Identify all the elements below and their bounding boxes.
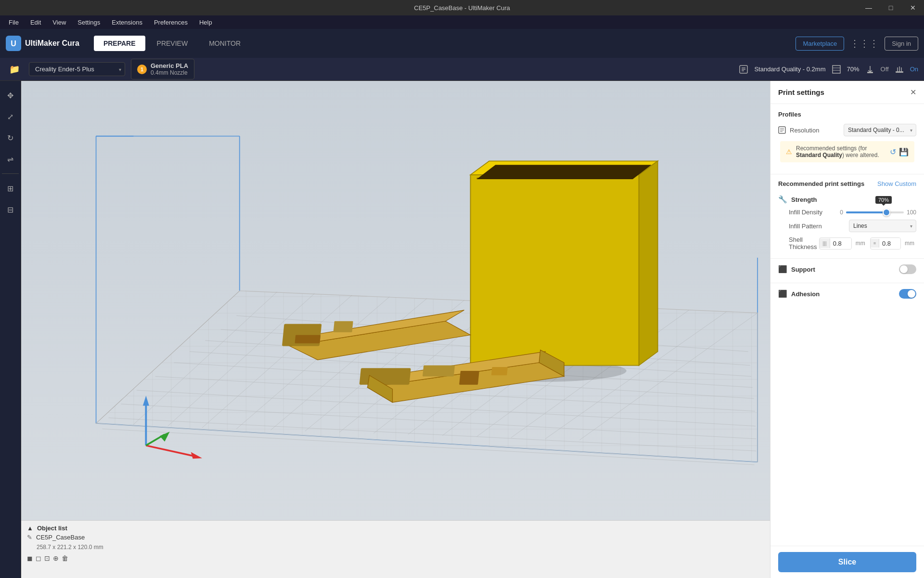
adhesion-status: On <box>910 66 918 73</box>
strength-group: 🔧 Strength Infill Density 0 70% <box>770 191 924 258</box>
shell-top-icon: ≡ <box>871 239 879 248</box>
object-render-xray[interactable]: ◻ <box>36 554 41 562</box>
infill-slider-thumb[interactable]: 70% <box>883 209 890 216</box>
menu-extensions[interactable]: Extensions <box>107 17 147 28</box>
menu-preferences[interactable]: Preferences <box>149 17 192 28</box>
material-details: Generic PLA 0.4mm Nozzle <box>151 62 188 76</box>
title-bar: CE5P_CaseBase - UltiMaker Cura — □ ✕ <box>0 0 924 15</box>
shell-top-input-group: ≡ mm <box>870 237 916 250</box>
svg-rect-61 <box>423 366 455 377</box>
settings-panel-body: Profiles Resolution Standard Qual <box>770 104 924 546</box>
strength-group-title: Strength <box>791 196 817 203</box>
logo-icon: U <box>6 36 21 51</box>
object-duplicate[interactable]: ⊕ <box>53 554 59 562</box>
shell-wall-icon: ||| <box>820 238 830 248</box>
menu-bar: File Edit View Settings Extensions Prefe… <box>0 15 924 29</box>
profiles-section: Profiles Resolution Standard Qual <box>770 104 924 174</box>
strength-group-header: 🔧 Strength <box>778 195 916 204</box>
warning-reset-button[interactable]: ↺ <box>890 147 896 157</box>
main-content: ✥ ⤢ ↻ ⇌ ⊞ ⊟ <box>0 81 924 578</box>
warning-icon: ⚠ <box>786 148 792 156</box>
object-list-header[interactable]: ▲ Object list <box>27 525 764 532</box>
menu-edit[interactable]: Edit <box>26 17 46 28</box>
strength-icon: 🔧 <box>778 195 787 204</box>
adhesion-icon <box>895 65 904 74</box>
object-action-icons: ◼ ◻ ⊡ ⊕ 🗑 <box>27 552 764 564</box>
profiles-title: Profiles <box>778 111 916 118</box>
menu-file[interactable]: File <box>4 17 24 28</box>
marketplace-button[interactable]: Marketplace <box>796 37 844 51</box>
scale-tool[interactable]: ⤢ <box>2 108 19 125</box>
settings-panel-title: Print settings <box>778 88 824 96</box>
mirror-tool[interactable]: ⇌ <box>2 150 19 168</box>
object-mirror-x[interactable]: ⊡ <box>44 554 50 562</box>
object-render-solid[interactable]: ◼ <box>27 554 33 562</box>
support-icon: ⬛ <box>778 265 787 274</box>
menu-help[interactable]: Help <box>194 17 217 28</box>
shell-thickness-control: ||| mm ≡ mm <box>819 237 916 250</box>
support-group-header: ⬛ Support <box>778 264 916 274</box>
svg-marker-50 <box>639 161 658 365</box>
shell-thickness-label: Shell Thickness <box>789 236 819 250</box>
menu-view[interactable]: View <box>48 17 71 28</box>
rotate-tool[interactable]: ↻ <box>2 129 19 146</box>
logo: U UltiMaker Cura <box>6 36 79 51</box>
warning-banner: ⚠ Recommended settings (for Standard Qua… <box>780 141 914 162</box>
support-toggle[interactable] <box>899 264 916 274</box>
secondary-toolbar: 📁 Creality Ender-5 Plus ▾ 1 Generic PLA … <box>0 58 924 81</box>
svg-rect-6 <box>833 66 840 73</box>
shell-thickness-row: Shell Thickness ||| mm ≡ <box>778 236 916 250</box>
slice-button[interactable]: Slice <box>778 552 916 572</box>
shell-wall-input[interactable] <box>830 238 851 249</box>
adhesion-toggle[interactable] <box>899 289 916 299</box>
signin-button[interactable]: Sign in <box>885 37 918 51</box>
menu-settings[interactable]: Settings <box>73 17 105 28</box>
close-button[interactable]: ✕ <box>902 0 924 15</box>
printer-select[interactable]: Creality Ender-5 Plus <box>29 62 125 76</box>
object-list-label: Object list <box>37 525 67 532</box>
shell-top-input[interactable] <box>879 238 900 249</box>
show-custom-button[interactable]: Show Custom <box>877 180 916 187</box>
slice-button-wrap: Slice <box>770 546 924 578</box>
support-blocker-tool[interactable]: ⊟ <box>2 201 19 218</box>
adhesion-icon: ⬛ <box>778 289 787 298</box>
shell-wall-input-group: ||| mm <box>819 237 867 250</box>
move-tool[interactable]: ✥ <box>2 87 19 104</box>
tab-preview[interactable]: PREVIEW <box>147 36 198 51</box>
svg-marker-48 <box>471 175 639 366</box>
svg-rect-60 <box>359 368 411 384</box>
settings-panel-header: Print settings ✕ <box>770 81 924 104</box>
nav-tabs: PREPARE PREVIEW MONITOR <box>94 36 250 51</box>
svg-rect-62 <box>459 371 479 385</box>
infill-pattern-select[interactable]: Lines <box>849 220 916 232</box>
infill-percentage: 70% <box>847 66 860 73</box>
scene-canvas <box>21 81 770 578</box>
title-text: CE5P_CaseBase - UltiMaker Cura <box>414 4 510 12</box>
infill-density-control: 0 70% 100 <box>840 209 916 216</box>
object-entry: ✎ CE5P_CaseBase <box>27 532 764 543</box>
object-delete[interactable]: 🗑 <box>62 554 68 562</box>
viewport[interactable]: ▲ Object list ✎ CE5P_CaseBase 258.7 x 22… <box>21 81 770 578</box>
shell-wall-unit: mm <box>854 240 867 247</box>
infill-slider-track[interactable]: 70% <box>846 211 904 213</box>
tab-monitor[interactable]: MONITOR <box>199 36 250 51</box>
header-right: Marketplace ⋮⋮⋮ Sign in <box>796 37 918 51</box>
tab-prepare[interactable]: PREPARE <box>94 36 145 51</box>
per-model-tool[interactable]: ⊞ <box>2 180 19 197</box>
adhesion-group-header: ⬛ Adhesion <box>778 289 916 299</box>
settings-close-button[interactable]: ✕ <box>910 88 916 97</box>
apps-grid-icon[interactable]: ⋮⋮⋮ <box>850 38 879 49</box>
nozzle-size: 0.4mm Nozzle <box>151 69 188 76</box>
open-folder-button[interactable]: 📁 <box>6 61 23 78</box>
maximize-button[interactable]: □ <box>880 0 902 15</box>
warning-message: Recommended settings (for Standard Quali… <box>796 145 886 158</box>
adhesion-group: ⬛ Adhesion <box>770 283 924 307</box>
support-group-title: Support <box>791 266 895 273</box>
minimize-button[interactable]: — <box>858 0 880 15</box>
resolution-select[interactable]: Standard Quality - 0... <box>844 124 916 136</box>
recommended-title: Recommended print settings <box>778 180 864 187</box>
support-toggle-knob <box>900 265 908 273</box>
infill-density-row: Infill Density 0 70% 100 <box>778 209 916 216</box>
svg-rect-10 <box>896 71 903 73</box>
warning-info-button[interactable]: 💾 <box>899 147 909 157</box>
